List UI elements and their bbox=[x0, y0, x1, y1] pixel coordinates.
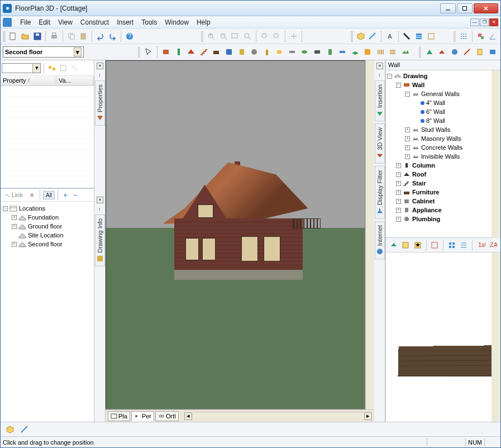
tree-6wall[interactable]: 6" Wall bbox=[426, 108, 445, 115]
door-tool[interactable] bbox=[324, 46, 336, 58]
minimize-button[interactable] bbox=[440, 3, 456, 13]
vptab-perspective[interactable]: Per bbox=[131, 411, 154, 421]
bottom-tool-2[interactable] bbox=[18, 423, 31, 436]
sketch-button[interactable] bbox=[461, 46, 473, 58]
grip-icon[interactable] bbox=[3, 31, 6, 42]
tree-masonry[interactable]: Masonry Walls bbox=[421, 135, 461, 142]
text-note-tool[interactable] bbox=[299, 46, 311, 58]
zoom-window-button[interactable] bbox=[230, 30, 241, 42]
tree-wall[interactable]: Wall bbox=[412, 82, 424, 88]
terrain-tool[interactable] bbox=[400, 46, 412, 58]
rtool-7[interactable]: 1st bbox=[475, 239, 486, 251]
paste-button[interactable] bbox=[78, 30, 89, 42]
vtab-drawinginfo[interactable]: Drawing Info bbox=[95, 215, 105, 266]
link-button[interactable]: Link bbox=[2, 190, 26, 199]
menu-construct[interactable]: Construct bbox=[77, 17, 113, 27]
catalog-button[interactable] bbox=[486, 46, 498, 58]
snap-angle-button[interactable] bbox=[487, 30, 498, 42]
wall-tool[interactable] bbox=[160, 46, 172, 58]
all-button[interactable]: All bbox=[43, 191, 55, 199]
property-grid[interactable]: Property / Va... bbox=[1, 76, 94, 188]
menu-window[interactable]: Window bbox=[161, 17, 193, 27]
vptab-plan[interactable]: Pla bbox=[108, 411, 130, 421]
prop-tool-3[interactable] bbox=[69, 63, 79, 73]
prop-tool-2[interactable] bbox=[58, 63, 68, 73]
export-button[interactable] bbox=[474, 46, 486, 58]
pin-icon[interactable]: ✕ bbox=[97, 197, 103, 203]
viewport-scrollbar-h[interactable] bbox=[193, 412, 363, 421]
help-button[interactable]: ? bbox=[124, 30, 135, 42]
property-filter-combo[interactable]: ▾ bbox=[2, 63, 41, 73]
scroll-right-button[interactable]: ▸ bbox=[364, 412, 372, 420]
vtab-internet[interactable]: Internet bbox=[375, 221, 385, 259]
camera-tool[interactable] bbox=[261, 46, 273, 58]
right-preview[interactable] bbox=[386, 252, 492, 422]
pin-icon[interactable]: ✕ bbox=[376, 63, 383, 69]
rtool-6[interactable] bbox=[458, 239, 469, 251]
grip-icon[interactable] bbox=[419, 46, 422, 58]
cabinet-tool[interactable] bbox=[223, 46, 235, 58]
zoom-extents-button[interactable] bbox=[259, 30, 270, 42]
pan-button[interactable] bbox=[288, 30, 299, 42]
tree-appliance[interactable]: Appliance bbox=[412, 207, 442, 213]
deck-tool[interactable] bbox=[387, 46, 399, 58]
mdi-restore-button[interactable]: ❐ bbox=[480, 18, 489, 26]
tree-site[interactable]: Site Location bbox=[28, 232, 64, 239]
zoom-out-button[interactable]: − bbox=[218, 30, 229, 42]
tree-stair[interactable]: Stair bbox=[412, 180, 426, 187]
options-button[interactable] bbox=[426, 30, 437, 42]
mdi-minimize-button[interactable]: — bbox=[470, 18, 479, 26]
rtool-8[interactable]: ZA bbox=[487, 239, 498, 251]
dimension-tool[interactable] bbox=[287, 46, 298, 58]
column-tool[interactable] bbox=[173, 46, 184, 58]
new-button[interactable] bbox=[8, 30, 19, 42]
tree-8wall[interactable]: 8" Wall bbox=[426, 117, 445, 124]
mdi-system-icon[interactable] bbox=[3, 18, 12, 27]
menu-edit[interactable]: Edit bbox=[35, 17, 54, 27]
select-tool[interactable] bbox=[142, 46, 154, 58]
pin-icon[interactable]: ✕ bbox=[97, 63, 103, 69]
viewport-canvas[interactable] bbox=[106, 60, 365, 409]
tree-invisible[interactable]: Invisible Walls bbox=[421, 153, 460, 160]
zoom-in-button[interactable]: + bbox=[206, 30, 217, 42]
snap-object-button[interactable] bbox=[475, 30, 486, 42]
tree-plumbing[interactable]: Plumbing bbox=[412, 216, 440, 222]
light-tool[interactable] bbox=[274, 46, 285, 58]
menu-help[interactable]: Help bbox=[193, 17, 214, 27]
zoom-fit-button[interactable] bbox=[242, 30, 253, 42]
rtool-1[interactable] bbox=[388, 239, 399, 251]
viewport-scrollbar-v[interactable] bbox=[365, 60, 374, 409]
locations-tree[interactable]: −Locations +Foundation +Ground floor Sit… bbox=[1, 202, 94, 422]
menu-insert[interactable]: Insert bbox=[113, 17, 137, 27]
snap-grid-button[interactable] bbox=[458, 30, 469, 42]
stair-tool[interactable] bbox=[198, 46, 209, 58]
open-button[interactable] bbox=[20, 30, 31, 42]
tree-furniture[interactable]: Furniture bbox=[412, 189, 439, 196]
tree-drawing[interactable]: Drawing bbox=[403, 73, 427, 79]
roof-tool[interactable] bbox=[185, 46, 197, 58]
grip-icon[interactable] bbox=[201, 31, 204, 42]
text-button[interactable]: A bbox=[384, 30, 395, 42]
copy-button[interactable] bbox=[66, 30, 77, 42]
tree-4wall[interactable]: 4" Wall bbox=[426, 99, 445, 106]
grip-icon[interactable] bbox=[351, 31, 354, 42]
view-3d-button[interactable] bbox=[355, 30, 366, 42]
insertion-tree[interactable]: −Drawing −Wall −General Walls 4" Wall 6"… bbox=[386, 70, 492, 238]
vptab-ortho[interactable]: Ortl bbox=[155, 411, 179, 421]
maximize-button[interactable] bbox=[457, 3, 473, 13]
add-loc-button[interactable]: + bbox=[61, 191, 70, 199]
tree-foundation[interactable]: Foundation bbox=[28, 214, 59, 221]
measure-button[interactable] bbox=[368, 30, 379, 42]
menu-view[interactable]: View bbox=[54, 17, 77, 27]
scroll-left-button[interactable]: ◂ bbox=[184, 412, 192, 420]
plumbing-tool[interactable] bbox=[249, 46, 260, 58]
floor-tool[interactable] bbox=[349, 46, 361, 58]
vtab-properties[interactable]: Properties bbox=[95, 80, 105, 126]
menu-file[interactable]: File bbox=[16, 17, 35, 27]
walk-button[interactable] bbox=[436, 46, 448, 58]
delete-loc-button[interactable]: ✕ bbox=[27, 191, 37, 199]
prop-tool-1[interactable] bbox=[47, 63, 57, 73]
save-button[interactable] bbox=[32, 30, 43, 42]
vtab-insertion[interactable]: Insertion bbox=[375, 80, 385, 121]
print-button[interactable] bbox=[49, 30, 60, 42]
